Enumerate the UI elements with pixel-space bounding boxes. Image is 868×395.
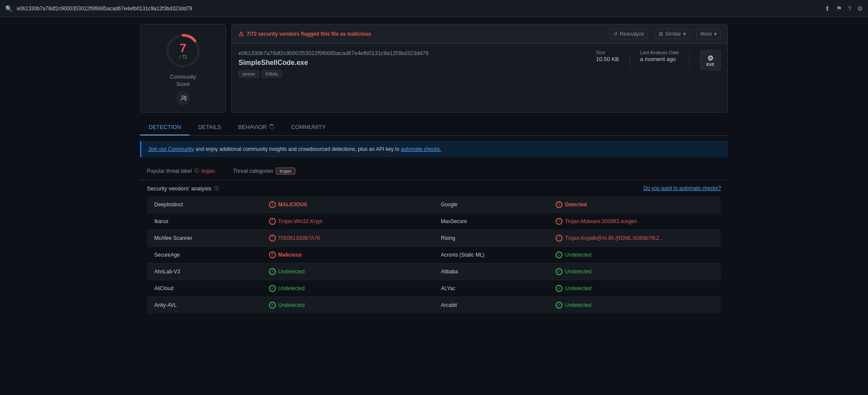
vendors-title: Security vendors' analysis ⓘ	[147, 185, 219, 192]
vendors-table: DeepInstinct !MALICIOUS Google !Detected…	[147, 196, 721, 314]
file-name: SimpleShellCode.exe	[238, 59, 596, 67]
tab-detection-label: DETECTION	[149, 124, 181, 130]
reanalyze-icon: ↺	[613, 31, 617, 37]
community-rating-icon	[176, 92, 190, 105]
result-text: Trojan.Win32.Krypt	[278, 218, 322, 224]
result-text: Trojan.Kryptik@AI.86 (RDML:N369b7IKZ...	[565, 235, 663, 241]
more-chevron-icon: ▾	[714, 31, 717, 37]
ok-icon: ✓	[556, 302, 562, 309]
reanalyze-button[interactable]: ↺ Reanalyze	[609, 29, 648, 39]
flag-icon[interactable]: ⚑	[836, 5, 842, 12]
right-vendor-name: Alibaba	[434, 263, 549, 280]
left-vendor-result: !Trojan.Win32.Krypt	[262, 213, 434, 230]
help-icon[interactable]: ?	[848, 5, 851, 12]
right-vendor-name: Acronis (Static ML)	[434, 246, 549, 263]
categories-label: Threat categories	[233, 168, 273, 174]
left-vendor-name: SecureAge	[147, 246, 262, 263]
meta-divider	[630, 52, 630, 69]
result-text: Undetected	[565, 252, 591, 258]
topbar: 🔍 ⬆ ⚑ ? ⚙	[0, 0, 868, 17]
result-text: Undetected	[565, 285, 591, 291]
tab-detection[interactable]: DETECTION	[140, 119, 189, 135]
result-text: Trojan.Malware.300983.susgen	[565, 218, 637, 224]
alert-icon: ⚠	[238, 31, 244, 37]
table-row: SecureAge !Malicious Acronis (Static ML)…	[147, 246, 721, 263]
search-icon: 🔍	[5, 5, 12, 12]
vendors-info-icon: ⓘ	[214, 185, 219, 192]
score-number: 7	[179, 42, 187, 54]
tabs: DETECTION DETAILS BEHAVIOR COMMUNITY	[140, 119, 728, 136]
popular-value: trojan.	[202, 168, 216, 174]
malicious-icon: !	[556, 201, 562, 208]
file-type-icon: ⚙ EXE	[700, 50, 721, 70]
reanalyze-label: Reanalyze	[620, 31, 644, 37]
vendors-header: Security vendors' analysis ⓘ Do you want…	[147, 185, 721, 192]
right-vendor-result: !Detected	[549, 196, 721, 213]
svg-point-3	[184, 96, 186, 98]
table-row: AhnLab-V3 ✓Undetected Alibaba ✓Undetecte…	[147, 263, 721, 280]
tag-64bits[interactable]: 64bits	[262, 70, 282, 78]
more-button[interactable]: More ▾	[697, 29, 721, 39]
meta-date-value: a moment ago	[640, 56, 679, 62]
result-text: Detected	[565, 202, 587, 208]
file-card-header: ⚠ 7/72 security vendors flagged this fil…	[232, 24, 727, 44]
threat-category-badge: trojan	[276, 168, 296, 175]
right-vendor-result: ✓Undetected	[549, 297, 721, 313]
svg-point-2	[182, 96, 184, 98]
tag-peexe[interactable]: peexe	[238, 70, 259, 78]
tab-details[interactable]: DETAILS	[189, 119, 229, 135]
search-input[interactable]	[17, 6, 820, 12]
automate-checks-link[interactable]: automate checks.	[401, 146, 441, 152]
upload-icon[interactable]: ⬆	[825, 5, 830, 12]
file-card-body: e061330b7a76df2c9000353022f5f6685acad67e…	[232, 44, 727, 84]
left-vendor-name: DeepInstinct	[147, 196, 262, 213]
meta-size-label: Size	[596, 50, 619, 55]
tab-behavior[interactable]: BEHAVIOR	[229, 119, 282, 135]
left-vendor-result: !Malicious	[262, 246, 434, 263]
tab-community[interactable]: COMMUNITY	[283, 119, 334, 135]
file-info-card: ⚠ 7/72 security vendors flagged this fil…	[231, 24, 728, 113]
automate-text: Do you want to automate checks?	[643, 185, 721, 191]
meta-divider-2	[689, 52, 690, 69]
similar-label: Similar	[665, 31, 681, 37]
banner-text-1: and enjoy additional community insights …	[194, 146, 401, 152]
result-text: Undetected	[278, 269, 305, 275]
table-row: Antiy-AVL ✓Undetected Arcabit ✓Undetecte…	[147, 297, 721, 313]
left-vendor-result: !MALICIOUS	[262, 196, 434, 213]
vendors-section: Security vendors' analysis ⓘ Do you want…	[140, 180, 728, 319]
left-vendor-result: ✓Undetected	[262, 280, 434, 297]
alert-badge: ⚠ 7/72 security vendors flagged this fil…	[238, 31, 371, 37]
ok-icon: ✓	[269, 302, 276, 309]
right-vendor-name: ALYac	[434, 280, 549, 297]
join-community-link[interactable]: Join our Community	[148, 146, 194, 152]
score-label: CommunityScore	[170, 73, 196, 88]
right-vendor-name: Arcabit	[434, 297, 549, 313]
file-tags: peexe 64bits	[238, 70, 596, 78]
main-content: 7 / 72 CommunityScore ⚠ 7/72 security ve…	[133, 17, 735, 319]
malicious-icon: !	[269, 251, 276, 258]
threat-label-section: Popular threat label ⓘ trojan.	[147, 168, 216, 174]
trojan-icon: !	[269, 218, 276, 225]
score-ring: 7 / 72	[164, 31, 202, 70]
chevron-down-icon: ▾	[683, 31, 686, 37]
ok-icon: ✓	[556, 285, 562, 292]
vendors-title-text: Security vendors' analysis	[147, 185, 211, 192]
right-vendor-result: ✓Undetected	[549, 263, 721, 280]
left-vendor-result: ✓Undetected	[262, 297, 434, 313]
right-vendor-result: ✓Undetected	[549, 280, 721, 297]
result-text: Undetected	[565, 302, 591, 308]
malicious-icon: !	[269, 201, 276, 208]
similar-button[interactable]: ⊞ Similar ▾	[655, 29, 690, 39]
score-center: 7 / 72	[179, 42, 187, 59]
result-text: Malicious	[278, 252, 302, 258]
right-vendor-result: ✓Undetected	[549, 246, 721, 263]
left-vendor-name: Ikarus	[147, 213, 262, 230]
left-vendor-name: AhnLab-V3	[147, 263, 262, 280]
ok-icon: ✓	[269, 268, 276, 275]
ok-icon: ✓	[556, 251, 562, 258]
settings-icon[interactable]: ⚙	[857, 5, 863, 12]
right-vendor-name: Rising	[434, 230, 549, 246]
score-denom: / 72	[179, 54, 187, 59]
right-vendor-name: MaxSecure	[434, 213, 549, 230]
meta-date-label: Last Analysis Date	[640, 50, 679, 55]
